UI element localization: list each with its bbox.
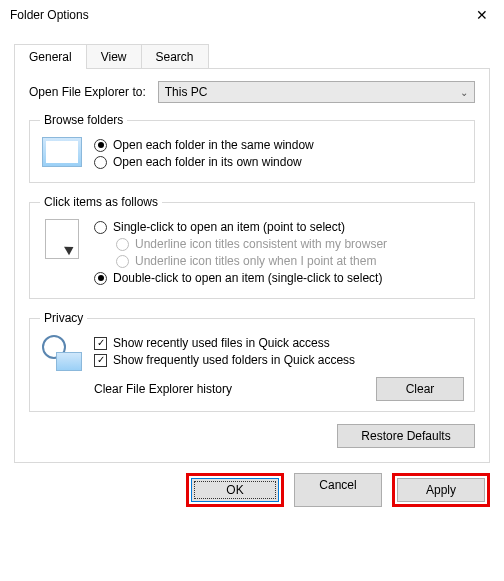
- check-recent-files-label: Show recently used files in Quick access: [113, 336, 330, 350]
- dialog-content: General View Search Open File Explorer t…: [0, 30, 504, 463]
- open-explorer-row: Open File Explorer to: This PC ⌄: [29, 81, 475, 103]
- radio-double-click[interactable]: Double-click to open an item (single-cli…: [94, 271, 464, 285]
- cursor-icon: [40, 217, 84, 288]
- tab-panel-general: Open File Explorer to: This PC ⌄ Browse …: [14, 69, 490, 463]
- folder-icon: [40, 135, 84, 172]
- clear-button[interactable]: Clear: [376, 377, 464, 401]
- radio-underline-browser-label: Underline icon titles consistent with my…: [135, 237, 387, 251]
- radio-icon: [94, 221, 107, 234]
- check-recent-files[interactable]: ✓ Show recently used files in Quick acce…: [94, 336, 464, 350]
- window-title: Folder Options: [10, 8, 89, 22]
- open-explorer-value: This PC: [165, 85, 208, 99]
- open-explorer-label: Open File Explorer to:: [29, 85, 146, 99]
- tab-view[interactable]: View: [86, 44, 142, 69]
- radio-own-window-label: Open each folder in its own window: [113, 155, 302, 169]
- privacy-legend: Privacy: [40, 311, 87, 325]
- highlight-ok: OK: [186, 473, 284, 507]
- browse-folders-legend: Browse folders: [40, 113, 127, 127]
- restore-defaults-button[interactable]: Restore Defaults: [337, 424, 475, 448]
- click-items-legend: Click items as follows: [40, 195, 162, 209]
- radio-single-click[interactable]: Single-click to open an item (point to s…: [94, 220, 464, 234]
- radio-icon: [94, 156, 107, 169]
- radio-icon: [94, 272, 107, 285]
- radio-underline-point-label: Underline icon titles only when I point …: [135, 254, 376, 268]
- tab-strip: General View Search: [14, 44, 490, 69]
- close-icon[interactable]: ✕: [470, 7, 494, 23]
- radio-same-window-label: Open each folder in the same window: [113, 138, 314, 152]
- radio-underline-browser: Underline icon titles consistent with my…: [116, 237, 464, 251]
- radio-icon: [116, 238, 129, 251]
- radio-same-window[interactable]: Open each folder in the same window: [94, 138, 464, 152]
- open-explorer-dropdown[interactable]: This PC ⌄: [158, 81, 475, 103]
- checkbox-icon: ✓: [94, 337, 107, 350]
- titlebar: Folder Options ✕: [0, 0, 504, 30]
- tab-general[interactable]: General: [14, 44, 87, 69]
- history-icon: [40, 333, 84, 401]
- clear-history-label: Clear File Explorer history: [94, 382, 376, 396]
- highlight-apply: Apply: [392, 473, 490, 507]
- check-frequent-folders[interactable]: ✓ Show frequently used folders in Quick …: [94, 353, 464, 367]
- radio-underline-point: Underline icon titles only when I point …: [116, 254, 464, 268]
- cancel-button[interactable]: Cancel: [294, 473, 382, 507]
- radio-single-click-label: Single-click to open an item (point to s…: [113, 220, 345, 234]
- apply-button[interactable]: Apply: [397, 478, 485, 502]
- ok-button[interactable]: OK: [191, 478, 279, 502]
- click-items-group: Click items as follows Single-click to o…: [29, 195, 475, 299]
- browse-folders-group: Browse folders Open each folder in the s…: [29, 113, 475, 183]
- chevron-down-icon: ⌄: [460, 87, 468, 98]
- tab-search[interactable]: Search: [141, 44, 209, 69]
- dialog-footer: OK Cancel Apply: [0, 463, 504, 519]
- radio-own-window[interactable]: Open each folder in its own window: [94, 155, 464, 169]
- radio-icon: [94, 139, 107, 152]
- checkbox-icon: ✓: [94, 354, 107, 367]
- check-frequent-folders-label: Show frequently used folders in Quick ac…: [113, 353, 355, 367]
- radio-icon: [116, 255, 129, 268]
- radio-double-click-label: Double-click to open an item (single-cli…: [113, 271, 382, 285]
- privacy-group: Privacy ✓ Show recently used files in Qu…: [29, 311, 475, 412]
